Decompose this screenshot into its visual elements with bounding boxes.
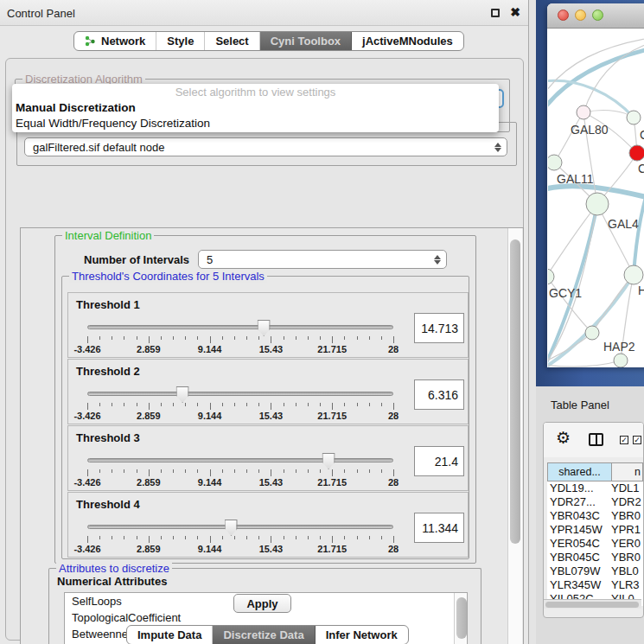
table-row[interactable]: YBR045CYBR0 (547, 551, 643, 564)
H-node[interactable] (624, 265, 643, 284)
close-traffic-light-icon[interactable] (558, 10, 569, 21)
columns-icon[interactable] (589, 433, 603, 446)
tab-discretize-data[interactable]: Discretize Data (213, 626, 315, 644)
tab-style[interactable]: Style (156, 32, 205, 50)
threshold-value-field[interactable]: 14.713 (414, 313, 464, 343)
threshold-slider-track[interactable] (87, 525, 393, 529)
network-canvas[interactable]: GAL80GACGAL11GAL4GCY1HHAP2 (548, 29, 644, 367)
threshold-slider-thumb[interactable] (258, 320, 271, 336)
cell-shared-name: YBR043C (547, 509, 611, 523)
apply-button[interactable]: Apply (233, 594, 291, 613)
cell-shared-name: YDR27... (547, 495, 611, 509)
threshold-slider-thumb[interactable] (322, 453, 335, 469)
column-header-shared-name[interactable]: shared... (548, 463, 612, 481)
list-scrollbar[interactable] (454, 593, 466, 644)
algorithm-dropdown-popup: Select algorithm to view settings Manual… (12, 84, 499, 132)
settings-scroll-panel: Interval Definition Number of Intervals … (20, 227, 524, 644)
threshold-label: Threshold 4 (76, 498, 140, 511)
network-edge[interactable] (597, 204, 634, 275)
checkbox-icon[interactable]: ✓ (620, 436, 628, 444)
HAP2-node[interactable] (585, 326, 599, 340)
zoom-traffic-light-icon[interactable] (592, 10, 603, 21)
tab-select[interactable]: Select (205, 32, 259, 50)
screen: Control Panel ✖ NetworkStyleSelectCyni T… (0, 0, 644, 644)
tab-label: Style (167, 35, 194, 48)
number-of-intervals-combobox[interactable]: 5 (198, 250, 447, 269)
cell-name: YBR0 (611, 551, 643, 564)
table-panel: Table Panel ⚙ ✓ ✓ shared... n YDL19...YD… (536, 386, 644, 644)
tab-cyni-toolbox[interactable]: Cyni Toolbox (260, 32, 352, 50)
table-row[interactable]: YBR043CYBR0 (547, 509, 643, 523)
close-icon[interactable]: ✖ (510, 5, 520, 19)
GCY1-node[interactable] (548, 269, 554, 284)
threshold-slider-track[interactable] (87, 325, 393, 329)
node-label-GAL11: GAL11 (557, 172, 594, 186)
checkbox-icon[interactable]: ✓ (633, 436, 641, 444)
dropdown-option[interactable]: Manual Discretization (12, 100, 499, 116)
bottom-tab-bar: Impute DataDiscretize DataInfer Network (126, 625, 409, 644)
table-horizontal-scrollbar[interactable] (544, 599, 641, 609)
threshold-label: Threshold 3 (76, 431, 140, 444)
threshold-panel: Threshold 3-3.4262.8599.14415.4321.71528… (67, 425, 469, 491)
cell-shared-name: YBR045C (547, 551, 611, 564)
tab-impute-data[interactable]: Impute Data (127, 626, 213, 644)
threshold-slider-track[interactable] (87, 458, 393, 462)
table-row[interactable]: YDR27...YDR2 (547, 495, 643, 509)
cell-name: YPR1 (611, 523, 643, 537)
cyni-toolbox-panel: Discretization Algorithm Table Data galF… (5, 58, 524, 641)
table-row[interactable]: YBL079WYBL0 (547, 564, 643, 578)
table-header-row: shared... n (547, 462, 643, 481)
threshold-value-field[interactable]: 21.4 (414, 446, 464, 476)
table-data-value: galFiltered.sif default node (33, 141, 164, 154)
top-right-node[interactable] (627, 111, 641, 124)
table-data-combobox[interactable]: galFiltered.sif default node (24, 137, 507, 156)
threshold-slider-thumb[interactable] (176, 386, 189, 403)
table-hscrollbar-thumb[interactable] (545, 602, 639, 608)
settings-scrollbar-thumb[interactable] (510, 239, 520, 544)
minimize-traffic-light-icon[interactable] (575, 10, 586, 21)
gear-icon[interactable]: ⚙ (556, 428, 571, 448)
bottom-node[interactable] (614, 354, 628, 367)
cell-shared-name: YBL079W (547, 564, 611, 578)
node-label-C: C (638, 162, 644, 175)
slider-ticks (87, 403, 393, 411)
settings-scrollbar[interactable] (507, 228, 522, 644)
GAL4-node[interactable] (586, 193, 609, 215)
GAL11-node[interactable] (548, 155, 562, 170)
dropdown-options: Manual DiscretizationEqual Width/Frequen… (12, 100, 499, 131)
threshold-value-field[interactable]: 6.316 (414, 379, 464, 410)
GAL80-node[interactable] (577, 105, 590, 119)
table-row[interactable]: YER054CYER0 (547, 537, 643, 551)
float-window-icon[interactable] (491, 9, 500, 17)
network-edge[interactable] (548, 360, 621, 367)
list-scrollbar-thumb[interactable] (456, 597, 467, 639)
column-header-name[interactable]: n (612, 463, 643, 481)
slider-tick-labels: -3.4262.8599.14415.4321.71528 (87, 544, 393, 554)
node-label-HAP2: HAP2 (603, 340, 635, 354)
cell-name: YBR0 (611, 509, 643, 523)
table-row[interactable]: YDL19...YDL1 (547, 481, 643, 495)
network-desktop-background: GAL80GACGAL11GAL4GCY1HHAP2 (536, 0, 644, 386)
table-row[interactable]: YLR345WYLR3 (547, 578, 643, 592)
table-panel-title: Table Panel (551, 399, 609, 411)
cell-shared-name: YER054C (547, 537, 611, 551)
tab-network[interactable]: Network (74, 32, 156, 50)
network-edge[interactable] (554, 112, 583, 163)
threshold-value-field[interactable]: 11.344 (414, 513, 464, 543)
tab-label: Impute Data (137, 628, 201, 641)
table-row[interactable]: YPR145WYPR1 (547, 523, 643, 537)
tab-infer-network[interactable]: Infer Network (316, 626, 408, 644)
number-of-intervals-label: Number of Intervals (84, 253, 189, 266)
network-edge-thick[interactable] (548, 47, 644, 109)
top-tab-bar: NetworkStyleSelectCyni ToolboxjActiveMNo… (73, 31, 464, 51)
network-window-titlebar (547, 3, 644, 29)
threshold-slider-track[interactable] (87, 392, 393, 396)
threshold-slider-thumb[interactable] (225, 520, 238, 536)
node-label-GAL4: GAL4 (608, 217, 639, 231)
apply-button-label: Apply (246, 597, 277, 610)
node-label-GAL80: GAL80 (571, 123, 609, 137)
dropdown-option[interactable]: Equal Width/Frequency Discretization (12, 116, 499, 131)
cell-name: YLR3 (611, 578, 643, 592)
red-node[interactable] (629, 145, 644, 161)
tab-jactivemnodules[interactable]: jActiveMNodules (352, 32, 463, 50)
